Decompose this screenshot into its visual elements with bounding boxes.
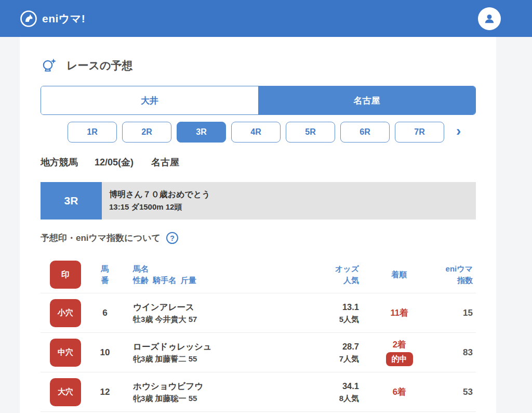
popularity-value: 7人気 (304, 353, 359, 365)
header-index-line2: 指数 (429, 275, 473, 287)
chevron-right-icon[interactable]: › (456, 124, 461, 140)
person-icon (483, 12, 496, 25)
eniuma-index: 53 (429, 387, 476, 397)
race-title: 博明さん７０歳おめでとう (109, 189, 476, 200)
section-title-row: レースの予想 (41, 57, 476, 74)
odds-cell: 13.1 5人気 (304, 301, 369, 325)
round-button-1r[interactable]: 1R (68, 122, 117, 143)
horse-cell: ホウショウビフウ 牝3歳 加藤聡一 55 (119, 380, 304, 404)
result-cell: 6着 (369, 386, 429, 398)
odds-cell: 28.7 7人気 (304, 340, 369, 365)
round-selector: 1R 2R 3R 4R 5R 6R 7R › (41, 122, 476, 143)
header-odds-line1: オッズ (304, 263, 359, 275)
app-logo-text: eniウマ! (42, 11, 85, 26)
race-venue: 名古屋 (151, 156, 179, 169)
eniuma-index: 83 (429, 347, 476, 358)
top-header-bar: eniウマ! (0, 0, 532, 37)
header-horse-number-line1: 馬 (90, 263, 119, 275)
horse-profile: 牝3歳 加藤聡一 55 (133, 393, 304, 405)
round-button-3r[interactable]: 3R (177, 122, 226, 143)
page-title: レースの予想 (66, 58, 132, 73)
odds-value: 28.7 (304, 340, 359, 353)
user-avatar-button[interactable] (478, 7, 501, 30)
venue-tab-nagoya[interactable]: 名古屋 (258, 86, 475, 114)
round-button-7r[interactable]: 7R (395, 122, 444, 143)
about-predictions-row: 予想印・eniウマ指数について ? (41, 232, 476, 244)
odds-value: 13.1 (304, 301, 359, 314)
odds-cell: 34.1 8人気 (304, 380, 369, 404)
horse-name: ウインアレース (133, 301, 304, 314)
odds-value: 34.1 (304, 380, 359, 393)
venue-tab-bar: 大井 名古屋 (41, 86, 476, 115)
result-rank: 11着 (369, 307, 429, 319)
mark-badge: 小穴 (50, 299, 81, 327)
eniuma-index: 15 (429, 308, 476, 318)
hit-badge: 的中 (386, 352, 413, 366)
result-rank: 6着 (369, 386, 429, 398)
result-cell: 11着 (369, 307, 429, 319)
prediction-table: 印 馬 番 馬名 性齢 騎手名 斤量 オッズ 人気 着順 eniウマ 指数 小穴… (41, 256, 476, 412)
horse-name: ホウショウビフウ (133, 380, 304, 393)
popularity-value: 5人気 (304, 314, 359, 326)
about-predictions-label: 予想印・eniウマ指数について (41, 232, 161, 244)
table-row: 中穴 10 ローズドゥレッシュ 牝3歳 加藤誓二 55 28.7 7人気 2着 … (41, 333, 476, 372)
race-date: 12/05(金) (95, 156, 134, 169)
table-row: 大穴 12 ホウショウビフウ 牝3歳 加藤聡一 55 34.1 8人気 6着 5… (41, 372, 476, 412)
result-cell: 2着 的中 (369, 339, 429, 366)
header-result: 着順 (369, 270, 429, 280)
header-index-line1: eniウマ (429, 263, 473, 275)
popularity-value: 8人気 (304, 393, 359, 405)
header-horse-line2: 性齢 騎手名 斤量 (133, 275, 304, 287)
horse-profile: 牡3歳 今井貴大 57 (133, 314, 304, 326)
header-odds: オッズ 人気 (304, 263, 369, 287)
header-mark-badge: 印 (50, 261, 81, 289)
horse-number: 10 (90, 347, 119, 358)
round-button-6r[interactable]: 6R (340, 122, 390, 143)
table-header-row: 印 馬 番 馬名 性齢 騎手名 斤量 オッズ 人気 着順 eniウマ 指数 (41, 256, 476, 293)
header-horse-line1: 馬名 (133, 263, 304, 275)
race-round-badge: 3R (41, 182, 102, 220)
horse-number: 12 (90, 387, 119, 397)
race-banner-body: 博明さん７０歳おめでとう 13:15 ダ1500m 12頭 (102, 182, 476, 220)
round-button-4r[interactable]: 4R (231, 122, 281, 143)
header-horse-number-line2: 番 (90, 275, 119, 287)
header-horse: 馬名 性齢 騎手名 斤量 (119, 263, 304, 287)
venue-tab-oi[interactable]: 大井 (41, 86, 258, 114)
horse-cell: ウインアレース 牡3歳 今井貴大 57 (119, 301, 304, 325)
round-button-5r[interactable]: 5R (286, 122, 335, 143)
race-details: 13:15 ダ1500m 12頭 (109, 202, 476, 212)
horse-name: ローズドゥレッシュ (133, 340, 304, 353)
race-banner: 3R 博明さん７０歳おめでとう 13:15 ダ1500m 12頭 (41, 182, 476, 220)
mark-badge: 中穴 (50, 339, 81, 367)
mark-badge: 大穴 (50, 378, 81, 406)
table-row: 小穴 6 ウインアレース 牡3歳 今井貴大 57 13.1 5人気 11着 15 (41, 293, 476, 333)
crystal-ball-icon (41, 57, 58, 74)
header-horse-number: 馬 番 (90, 263, 119, 287)
race-category: 地方競馬 (41, 156, 78, 169)
horse-logo-icon (20, 10, 37, 28)
round-button-2r[interactable]: 2R (122, 122, 171, 143)
horse-number: 6 (90, 308, 119, 318)
help-icon[interactable]: ? (166, 232, 178, 244)
race-meta-row: 地方競馬 12/05(金) 名古屋 (41, 156, 476, 169)
app-logo[interactable]: eniウマ! (20, 10, 85, 28)
header-index: eniウマ 指数 (429, 263, 476, 287)
header-odds-line2: 人気 (304, 275, 359, 287)
result-rank: 2着 (369, 339, 429, 351)
main-content: レースの予想 大井 名古屋 1R 2R 3R 4R 5R 6R 7R › 地方競… (20, 37, 496, 413)
horse-cell: ローズドゥレッシュ 牝3歳 加藤誓二 55 (119, 340, 304, 365)
horse-profile: 牝3歳 加藤誓二 55 (133, 353, 304, 365)
